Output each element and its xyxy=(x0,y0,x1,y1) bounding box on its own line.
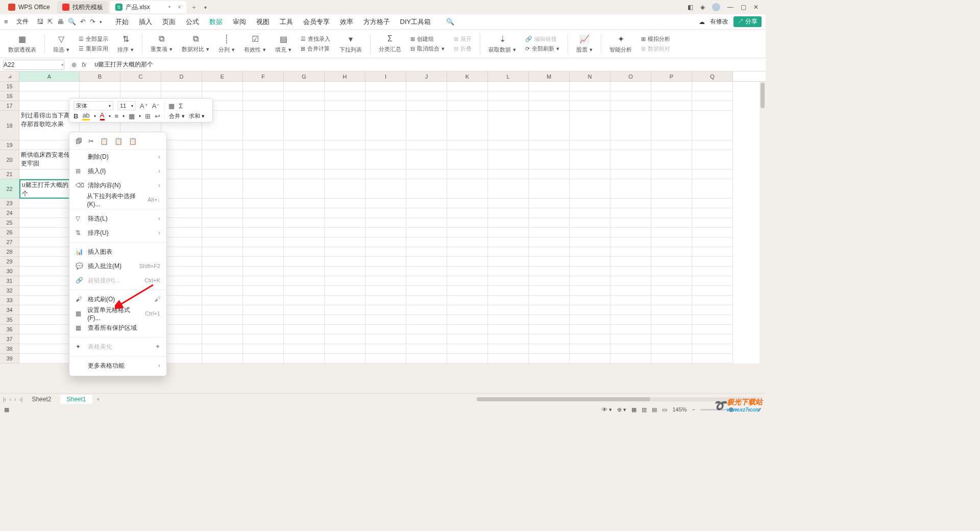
cell[interactable] xyxy=(202,237,243,247)
cell[interactable] xyxy=(202,267,243,276)
col-header-l[interactable]: L xyxy=(488,71,529,81)
cell[interactable] xyxy=(365,237,406,247)
col-header-g[interactable]: G xyxy=(284,71,325,81)
cell[interactable] xyxy=(202,315,243,325)
cell[interactable] xyxy=(651,267,692,276)
cell[interactable] xyxy=(529,111,570,140)
cell[interactable] xyxy=(325,111,365,140)
cell[interactable] xyxy=(651,334,692,344)
cell[interactable] xyxy=(488,257,529,267)
row-header[interactable]: 21 xyxy=(0,170,19,179)
cell[interactable] xyxy=(447,276,488,286)
cell[interactable] xyxy=(325,150,365,170)
cell[interactable] xyxy=(406,296,447,305)
cell[interactable] xyxy=(529,82,570,91)
row-header[interactable]: 26 xyxy=(0,228,19,237)
cell[interactable] xyxy=(610,91,651,101)
cell[interactable] xyxy=(447,199,488,208)
cell[interactable] xyxy=(243,257,284,267)
cell[interactable] xyxy=(284,286,325,296)
cell[interactable] xyxy=(570,199,610,208)
cell[interactable] xyxy=(284,199,325,208)
cell[interactable] xyxy=(161,199,202,208)
cell[interactable] xyxy=(325,82,365,91)
cell[interactable] xyxy=(161,247,202,257)
col-header-k[interactable]: K xyxy=(447,71,488,81)
row-header[interactable]: 33 xyxy=(0,296,19,305)
cell[interactable] xyxy=(488,286,529,296)
cell[interactable] xyxy=(243,218,284,228)
cell[interactable] xyxy=(570,82,610,91)
zoom-out-icon[interactable]: − xyxy=(692,406,695,413)
cell[interactable] xyxy=(529,276,570,286)
duplicate-button[interactable]: ⧉重复项 ▾ xyxy=(148,34,176,53)
cell[interactable] xyxy=(243,334,284,344)
cell[interactable] xyxy=(243,170,284,179)
cell[interactable] xyxy=(325,276,365,286)
preview-icon[interactable]: 🔍 xyxy=(68,18,76,26)
cell[interactable] xyxy=(610,276,651,286)
tab-member[interactable]: 会员专享 xyxy=(303,17,330,27)
cell[interactable] xyxy=(365,354,406,364)
col-header-b[interactable]: B xyxy=(80,71,120,81)
cell[interactable] xyxy=(202,199,243,208)
sheet-next-icon[interactable]: › xyxy=(14,396,16,402)
paste-icon[interactable]: 📋 xyxy=(100,137,108,145)
cell[interactable] xyxy=(325,237,365,247)
row-header[interactable]: 27 xyxy=(0,237,19,247)
cell[interactable] xyxy=(365,228,406,237)
cell[interactable] xyxy=(284,237,325,247)
close-tab-icon[interactable]: × xyxy=(178,4,181,11)
cell[interactable] xyxy=(488,91,529,101)
row-header[interactable]: 18 xyxy=(0,111,19,140)
table-style-icon[interactable]: ▦ xyxy=(168,102,175,110)
cell[interactable] xyxy=(570,150,610,170)
copy-icon[interactable]: 🗐 xyxy=(76,137,82,145)
cell[interactable] xyxy=(488,101,529,111)
row-header[interactable]: 23 xyxy=(0,199,19,208)
cell[interactable] xyxy=(406,140,447,150)
cell[interactable] xyxy=(651,91,692,101)
cell[interactable] xyxy=(284,267,325,276)
row-header[interactable]: 38 xyxy=(0,344,19,354)
cell[interactable] xyxy=(447,170,488,179)
cell[interactable] xyxy=(570,179,610,199)
redo-icon[interactable]: ↷ xyxy=(90,18,95,26)
cell[interactable] xyxy=(325,91,365,101)
minimize-icon[interactable]: — xyxy=(727,4,733,11)
cell[interactable] xyxy=(161,315,202,325)
cell[interactable] xyxy=(243,199,284,208)
cell[interactable] xyxy=(325,170,365,179)
row-header[interactable]: 25 xyxy=(0,218,19,228)
cell[interactable] xyxy=(692,237,733,247)
cell[interactable] xyxy=(365,111,406,140)
cell[interactable] xyxy=(692,305,733,315)
cell[interactable] xyxy=(365,344,406,354)
cell[interactable] xyxy=(447,218,488,228)
cell[interactable] xyxy=(161,208,202,218)
show-all-button[interactable]: ☰ 全部显示 xyxy=(79,35,108,43)
cell[interactable] xyxy=(406,354,447,364)
cell[interactable] xyxy=(365,286,406,296)
cell[interactable] xyxy=(610,315,651,325)
cell[interactable] xyxy=(284,170,325,179)
cell[interactable] xyxy=(651,199,692,208)
cell[interactable] xyxy=(161,218,202,228)
cell[interactable] xyxy=(610,218,651,228)
cell[interactable] xyxy=(488,334,529,344)
cell[interactable] xyxy=(161,354,202,364)
cell[interactable] xyxy=(284,325,325,334)
cell[interactable] xyxy=(651,276,692,286)
cell[interactable] xyxy=(447,267,488,276)
cell[interactable] xyxy=(570,170,610,179)
col-header-d[interactable]: D xyxy=(161,71,202,81)
col-header-a[interactable]: A xyxy=(19,71,80,81)
getdata-button[interactable]: ⇣获取数据 ▾ xyxy=(485,34,519,54)
cell[interactable] xyxy=(529,334,570,344)
cell[interactable] xyxy=(488,111,529,140)
ctx-more[interactable]: 更多表格功能› xyxy=(69,358,166,373)
cell[interactable] xyxy=(529,228,570,237)
row-header[interactable]: 36 xyxy=(0,325,19,334)
cell[interactable] xyxy=(80,82,120,91)
ctx-insert[interactable]: ⊞插入(I)› xyxy=(69,164,166,178)
